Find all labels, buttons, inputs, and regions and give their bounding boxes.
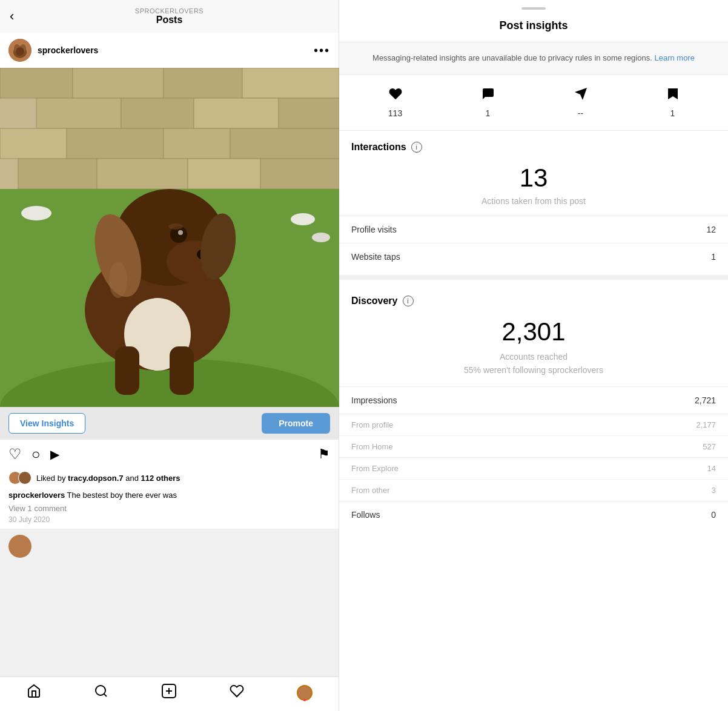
metric-send: -- [574, 87, 588, 118]
svg-rect-21 [188, 159, 260, 189]
svg-point-27 [312, 233, 330, 242]
top-bar-title-group: SPROCKERLOVERS Posts [135, 7, 204, 25]
discovery-big-stat: 2,301 [339, 311, 728, 349]
metric-likes: 113 [388, 87, 403, 118]
top-bar: ‹ SPROCKERLOVERS Posts [0, 0, 339, 33]
send-metric-value: -- [578, 108, 583, 118]
website-taps-row: Website taps 1 [339, 243, 728, 270]
home-nav-icon[interactable] [27, 684, 41, 702]
svg-line-42 [104, 694, 106, 696]
like-icon[interactable]: ♡ [8, 446, 22, 463]
likes-metric-value: 113 [388, 108, 402, 118]
profile-nav-icon[interactable] [297, 685, 313, 701]
svg-point-26 [291, 213, 315, 225]
comment-metric-icon [481, 87, 495, 105]
post-actions-left: ♡ ○ ▶ [8, 446, 59, 463]
drag-handle-bar [521, 7, 546, 10]
svg-rect-10 [242, 68, 339, 98]
svg-rect-17 [164, 128, 230, 159]
svg-rect-16 [67, 128, 164, 159]
caption-username[interactable]: sprockerlovers [8, 491, 65, 500]
post-date: 30 July 2020 [0, 514, 339, 529]
search-nav-icon[interactable] [94, 684, 108, 702]
metric-bookmark: 1 [666, 87, 680, 118]
follows-label: Follows [351, 510, 380, 520]
interactions-big-number: 13 [339, 164, 728, 193]
heart-nav-icon[interactable] [230, 684, 244, 702]
svg-rect-37 [115, 346, 139, 395]
post-photo [0, 68, 339, 407]
comment-icon[interactable]: ○ [31, 446, 41, 463]
post-header-left: sprockerlovers [8, 39, 98, 62]
svg-rect-8 [73, 68, 164, 98]
bookmark-metric-icon [666, 87, 680, 105]
svg-rect-20 [97, 159, 188, 189]
add-nav-icon[interactable] [161, 683, 177, 703]
next-avatar [8, 535, 31, 558]
svg-rect-18 [230, 128, 339, 159]
svg-rect-15 [0, 128, 67, 159]
svg-marker-46 [575, 88, 587, 100]
right-panel: Post insights Messaging-related insights… [339, 0, 728, 711]
interactions-section-header: Interactions i [339, 131, 728, 157]
learn-more-link[interactable]: Learn more [654, 53, 694, 62]
from-home-label: From Home [351, 442, 393, 451]
comments-metric-value: 1 [486, 108, 491, 118]
more-options-icon[interactable]: ••• [314, 44, 330, 58]
view-comments-link[interactable]: View 1 comment [0, 503, 339, 514]
svg-rect-7 [0, 68, 73, 98]
from-explore-value: 14 [707, 464, 716, 473]
avatar[interactable] [8, 39, 31, 62]
avatar-image [8, 39, 31, 62]
likes-text: Liked by tracy.dopson.7 and 112 others [36, 474, 180, 483]
bookmark-icon[interactable]: ⚑ [318, 446, 330, 462]
interactions-big-stat: 13 [339, 157, 728, 195]
likes-count: 112 others [141, 474, 180, 483]
svg-point-40 [168, 223, 183, 230]
svg-rect-11 [36, 98, 121, 128]
back-button[interactable]: ‹ [10, 8, 14, 24]
interactions-title: Interactions [351, 142, 406, 153]
post-image [0, 68, 339, 407]
metrics-row: 113 1 -- 1 [339, 74, 728, 131]
discovery-section-header: Discovery i [339, 285, 728, 311]
svg-point-25 [21, 206, 51, 220]
page-title: Posts [135, 15, 204, 25]
from-profile-label: From profile [351, 420, 393, 429]
svg-rect-19 [18, 159, 97, 189]
interactions-info-icon[interactable]: i [411, 142, 422, 153]
caption-row: sprockerlovers The bestest boy there eve… [0, 487, 339, 503]
from-other-label: From other [351, 486, 390, 495]
left-panel: ‹ SPROCKERLOVERS Posts sprockerlovers ••… [0, 0, 339, 711]
svg-point-4 [16, 47, 24, 56]
send-metric-icon [574, 87, 588, 105]
website-taps-value: 1 [711, 252, 716, 262]
from-home-row: From Home 527 [339, 435, 728, 457]
notification-dot [303, 699, 306, 701]
likes-username[interactable]: tracy.dopson.7 [68, 474, 124, 483]
post-header: sprockerlovers ••• [0, 33, 339, 68]
section-divider-1 [339, 275, 728, 280]
heart-metric-icon [388, 87, 403, 105]
share-icon[interactable]: ▶ [50, 447, 59, 461]
svg-point-39 [109, 262, 127, 298]
interactions-big-label: Actions taken from this post [339, 195, 728, 216]
profile-visits-label: Profile visits [351, 225, 397, 234]
website-taps-label: Website taps [351, 252, 400, 262]
post-username[interactable]: sprockerlovers [38, 45, 98, 55]
discovery-info-icon[interactable]: i [403, 296, 414, 306]
svg-point-34 [178, 230, 183, 235]
from-other-row: From other 3 [339, 479, 728, 501]
accounts-reached-labels: Accounts reached 55% weren't following s… [339, 349, 728, 387]
svg-rect-14 [279, 98, 339, 128]
bookmark-metric-value: 1 [670, 108, 675, 118]
promote-button[interactable]: Promote [262, 413, 330, 434]
view-promote-bar: View Insights Promote [0, 407, 339, 440]
post-actions: ♡ ○ ▶ ⚑ [0, 440, 339, 469]
svg-rect-22 [260, 159, 339, 189]
view-insights-button[interactable]: View Insights [8, 413, 85, 434]
svg-rect-38 [170, 346, 194, 395]
impressions-row: Impressions 2,721 [339, 386, 728, 414]
profile-visits-row: Profile visits 12 [339, 216, 728, 243]
accounts-reached-number: 2,301 [339, 317, 728, 346]
